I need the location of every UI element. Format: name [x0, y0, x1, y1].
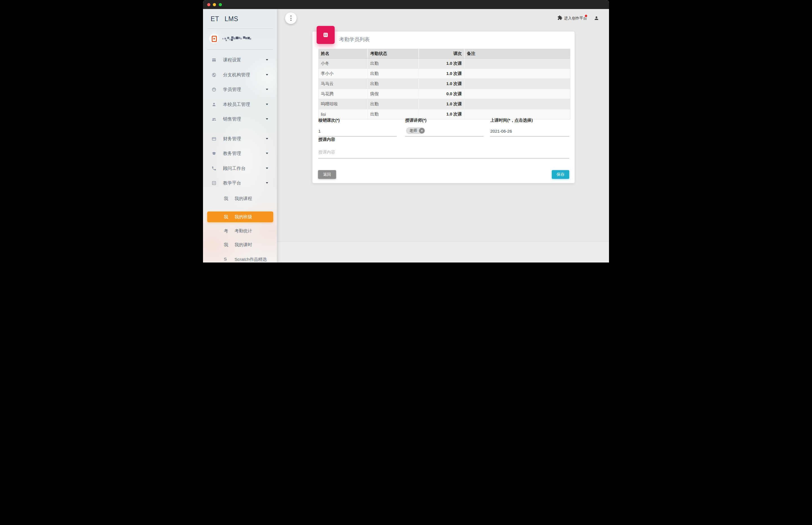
subitem-label: 考勤统计: [235, 228, 252, 234]
cell-note: [465, 89, 570, 99]
subitem-prefix: S: [224, 257, 227, 262]
table-row: 马花腾 病假 0.0 次课: [319, 89, 570, 99]
sidebar-item-label: 教学平台: [223, 180, 241, 186]
minimize-window-button[interactable]: [213, 3, 216, 6]
sidebar-item-staff-management[interactable]: 本校员工管理: [203, 101, 277, 108]
checkoff-lessons-label: 核销课次(*): [318, 118, 340, 123]
chevron-down-icon: [266, 118, 268, 120]
face-icon: [212, 87, 217, 92]
logo-lms: LMS: [224, 15, 238, 22]
maximize-window-button[interactable]: [219, 3, 222, 6]
chevron-down-icon: [266, 168, 268, 169]
app-window: ETLMS: [203, 0, 609, 262]
sidebar-item-academic-management[interactable]: 教务管理: [203, 150, 277, 157]
window-titlebar[interactable]: [203, 0, 609, 9]
account-icon[interactable]: [594, 15, 599, 21]
sidebar-item-student-management[interactable]: 学员管理: [203, 86, 277, 93]
cell-lessons: 1.0 次课: [419, 69, 465, 79]
back-button[interactable]: 返回: [318, 170, 336, 179]
sidebar: ETLMS: [203, 9, 277, 262]
attendance-fab[interactable]: [317, 26, 335, 44]
censored-username: [222, 36, 251, 41]
input-underline: [490, 136, 569, 137]
subitem-label: 我的课程: [235, 196, 252, 202]
sidebar-subitem-scratch-featured[interactable]: S Scratch作品精选: [203, 256, 277, 262]
chevron-down-icon: [266, 153, 268, 154]
app-logo: ETLMS: [211, 15, 238, 23]
sidebar-item-label: 分支机构管理: [223, 72, 250, 78]
card-icon: [212, 136, 217, 141]
subitem-prefix: 我: [224, 196, 228, 202]
subitem-label: Scratch作品精选: [235, 257, 267, 262]
sidebar-item-label: 顾问工作台: [223, 166, 246, 171]
subitem-prefix: 考: [224, 228, 228, 234]
input-underline: [318, 158, 569, 159]
attendance-table: 姓名 考勤状态 课次 备注 小冬 出勤 1.0 次课 李小小 出勤 1.0 次课…: [318, 49, 570, 119]
save-button[interactable]: 保存: [552, 170, 569, 179]
chevron-down-icon: [266, 104, 268, 105]
input-underline: [405, 136, 483, 137]
sidebar-subitem-my-classes-selected[interactable]: 我 我的班级: [207, 211, 273, 222]
sidebar-item-label: 本校员工管理: [223, 102, 250, 108]
sidebar-item-label: 销售管理: [223, 116, 241, 122]
class-time-input[interactable]: [490, 128, 569, 134]
sidebar-item-label: 学员管理: [223, 87, 241, 93]
table-header-row: 姓名 考勤状态 课次 备注: [319, 49, 570, 59]
cell-name: 小冬: [319, 59, 368, 69]
cell-status: 出勤: [368, 69, 419, 79]
close-window-button[interactable]: [207, 3, 210, 6]
column-header-name: 姓名: [319, 49, 368, 58]
sidebar-subitem-my-courses[interactable]: 我 我的课程: [203, 195, 277, 202]
kebab-icon: [290, 15, 291, 17]
cell-lessons: 1.0 次课: [419, 99, 465, 109]
subitem-prefix: 我: [224, 214, 228, 220]
chevron-down-icon: [266, 74, 268, 75]
logo-et: ET: [211, 15, 219, 22]
sidebar-item-finance-management[interactable]: 财务管理: [203, 135, 277, 142]
sidebar-divider: [207, 28, 273, 29]
chevron-down-icon: [266, 182, 268, 184]
cell-name: 李小小: [319, 69, 368, 79]
sidebar-subitem-attendance-stats[interactable]: 考 考勤统计: [203, 227, 277, 235]
sidebar-item-label: 财务管理: [223, 136, 241, 142]
sidebar-item-label: 课程设置: [223, 57, 241, 63]
notification-dot: [584, 14, 588, 18]
more-options-button[interactable]: [285, 12, 296, 24]
sidebar-item-teaching-platform[interactable]: 教学平台: [203, 179, 277, 187]
footer-divider-area: [277, 242, 609, 262]
sidebar-item-course-settings[interactable]: 课程设置: [203, 56, 277, 64]
column-header-lessons: 课次: [419, 49, 465, 58]
sidebar-item-label: 教务管理: [223, 151, 241, 156]
app-content: ETLMS: [203, 9, 609, 262]
cell-name: 呜哩哇啦: [319, 99, 368, 109]
table-row: 小冬 出勤 1.0 次课: [319, 59, 570, 69]
cell-name: 马马云: [319, 79, 368, 89]
sidebar-item-branch-management[interactable]: 分支机构管理: [203, 71, 277, 79]
subitem-prefix: 我: [224, 242, 228, 248]
teacher-chip-label: 老师: [409, 128, 417, 133]
user-avatar[interactable]: [209, 34, 219, 43]
content-label: 授课内容: [318, 137, 335, 142]
school-icon: [212, 151, 217, 156]
cell-note: [465, 59, 570, 69]
cell-lessons: 0.0 次课: [419, 89, 465, 99]
cell-status: 病假: [368, 89, 419, 99]
cell-lessons: 1.0 次课: [419, 79, 465, 89]
cell-note: [465, 79, 570, 89]
column-header-status: 考勤状态: [368, 49, 419, 58]
cell-name: 马花腾: [319, 89, 368, 99]
enter-platform-label: 进入创作平台: [564, 16, 587, 21]
columns-icon: [212, 58, 217, 62]
cell-note: [465, 99, 570, 109]
subitem-label: 我的班级: [235, 214, 252, 220]
remove-teacher-icon[interactable]: ✕: [419, 128, 425, 134]
ballot-icon: [212, 181, 217, 185]
checkoff-lessons-input[interactable]: [318, 128, 397, 134]
teacher-chip: 老师 ✕: [406, 127, 425, 134]
sidebar-item-sales-management[interactable]: 销售管理: [203, 116, 277, 123]
sidebar-subitem-my-class-hours[interactable]: 我 我的课时: [203, 241, 277, 249]
table-row: 马马云 出勤 1.0 次课: [319, 79, 570, 89]
content-input[interactable]: [318, 149, 569, 155]
sidebar-item-consultant-workbench[interactable]: 顾问工作台: [203, 165, 277, 172]
table-row: 呜哩哇啦 出勤 1.0 次课: [319, 99, 570, 109]
